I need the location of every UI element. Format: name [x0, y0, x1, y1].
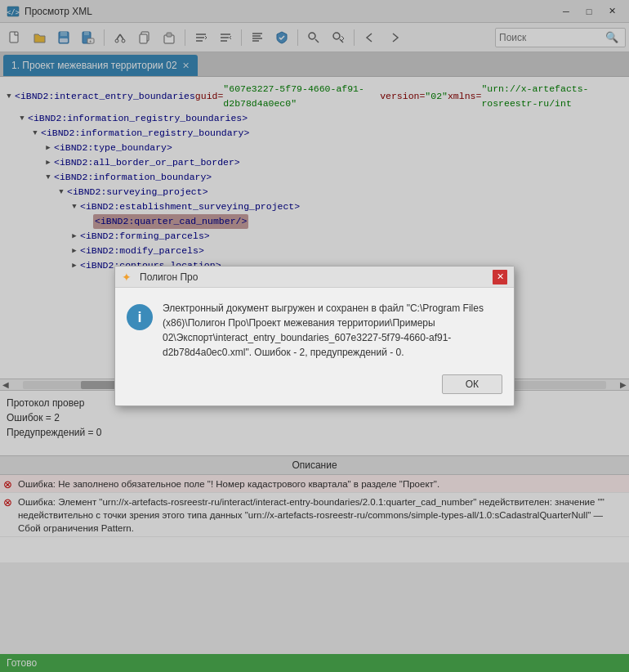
modal-title-text: Полигон Про — [140, 271, 493, 283]
modal-ok-button[interactable]: ОК — [442, 374, 502, 394]
modal-overlay: ✦ Полигон Про ✕ i Электронный документ в… — [0, 0, 629, 672]
modal-info-icon: i — [127, 304, 153, 330]
modal-footer: ОК — [115, 370, 514, 405]
modal-message: Электронный документ выгружен и сохранен… — [163, 301, 502, 360]
modal-dialog: ✦ Полигон Про ✕ i Электронный документ в… — [114, 266, 515, 406]
modal-body: i Электронный документ выгружен и сохран… — [115, 288, 514, 370]
modal-titlebar: ✦ Полигон Про ✕ — [115, 267, 514, 288]
modal-title-icon: ✦ — [122, 271, 135, 284]
modal-close-button[interactable]: ✕ — [493, 270, 507, 284]
